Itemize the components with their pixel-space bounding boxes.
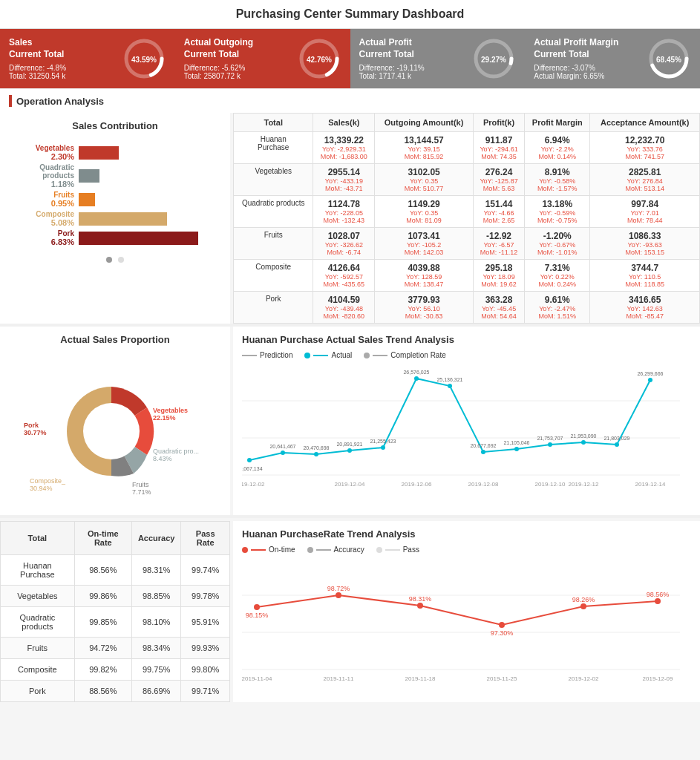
- rate-td-pass: 99.93%: [181, 638, 230, 659]
- td-name: Pork: [234, 292, 313, 324]
- kpi-card-margin: Actual Profit MarginCurrent Total Differ…: [525, 29, 700, 88]
- donut-section: Vegetables 22.15% Quadratic pro... 8.43%…: [0, 350, 230, 515]
- rate-th-pass: Pass Rate: [181, 522, 230, 555]
- right-panel-trend: Huanan Purchase Actual Sales Trend Analy…: [233, 327, 700, 515]
- legend-actual: Actual: [304, 351, 352, 359]
- td-profit: 151.44 YoY: -4.66 MoM: 2.65: [473, 196, 524, 228]
- svg-point-37: [615, 442, 619, 447]
- rate-td-ontime: 94.72%: [74, 638, 131, 659]
- section-bar: [9, 95, 12, 107]
- td-profit: 276.24 YoY: -125.87 MoM: 5.63: [473, 164, 524, 196]
- rate-td-name: Quadratic products: [1, 607, 75, 638]
- rate-table-row: Fruits 94.72% 98.34% 99.93%: [1, 638, 230, 659]
- kpi-profit-total: Total: 1717.41 k: [359, 72, 472, 80]
- rate-table-row: Huanan Purchase 98.56% 98.31% 99.74%: [1, 555, 230, 586]
- svg-text:2019-12-02: 2019-12-02: [569, 675, 599, 682]
- rate-trend-title: Huanan PurchaseRate Trend Analysis: [242, 528, 691, 540]
- bar-fill: [79, 193, 95, 206]
- table-row: Pork 4104.59 YoY: -439.48 MoM: -820.60 3…: [234, 292, 700, 324]
- kpi-margin-total: Actual Margin: 6.65%: [534, 72, 647, 80]
- kpi-card-sales: SalesCurrent Total Difference: -4.8% Tot…: [0, 29, 175, 88]
- svg-text:21,803,029: 21,803,029: [603, 436, 629, 441]
- svg-text:30.94%: 30.94%: [30, 485, 53, 492]
- rate-trend-legend: On-time Accuracy Pass: [242, 546, 691, 554]
- svg-point-26: [247, 458, 252, 462]
- rate-td-accuracy: 98.85%: [131, 586, 181, 607]
- bar-row: Pork6.83%: [12, 229, 218, 246]
- legend-actual-label: Actual: [331, 351, 352, 359]
- donut-title: Actual Sales Proportion: [0, 327, 230, 350]
- svg-text:2019-12-02: 2019-12-02: [242, 481, 265, 488]
- svg-text:2019-11-04: 2019-11-04: [242, 675, 272, 682]
- left-panel-donut: Actual Sales Proportion Vegetables 22.15…: [0, 327, 230, 515]
- table-row: Composite 4126.64 YoY: -592.57 MoM: -435…: [234, 260, 700, 292]
- svg-point-27: [281, 451, 285, 455]
- svg-point-12: [83, 403, 140, 459]
- rate-td-name: Pork: [1, 681, 75, 702]
- right-panel-table: Total Sales(k) Outgoing Amount(k) Profit…: [233, 113, 700, 324]
- svg-text:21,953,090: 21,953,090: [570, 433, 596, 439]
- rate-td-pass: 99.78%: [181, 586, 230, 607]
- svg-text:7.71%: 7.71%: [132, 488, 151, 496]
- bar-container: [79, 169, 218, 183]
- rate-td-ontime: 99.85%: [74, 607, 131, 638]
- rate-table-row: Vegetables 99.86% 98.85% 99.78%: [1, 586, 230, 607]
- bottom-right-rate-trend: Huanan PurchaseRate Trend Analysis On-ti…: [233, 521, 700, 702]
- rate-td-pass: 99.80%: [181, 659, 230, 681]
- kpi-profit-gauge: 29.27%: [471, 36, 516, 81]
- dot-1: [106, 257, 112, 263]
- td-acceptance: 1086.33 YoY: -93.63 MoM: 153.15: [590, 228, 700, 260]
- svg-text:29.27%: 29.27%: [481, 56, 506, 64]
- kpi-card-profit: Actual ProfitCurrent Total Difference: -…: [350, 29, 526, 88]
- kpi-card-outgoing: Actual OutgoingCurrent Total Difference:…: [175, 29, 350, 88]
- td-sales: 2955.14 YoY: -433.19 MoM: -43.71: [313, 164, 375, 196]
- svg-text:97.30%: 97.30%: [491, 629, 514, 637]
- rate-td-name: Fruits: [1, 638, 75, 659]
- main-content-row1: Sales Contribution Vegetables2.30% Quadr…: [0, 113, 700, 324]
- svg-text:2019-12-14: 2019-12-14: [635, 481, 666, 488]
- bar-container: [79, 193, 218, 206]
- td-sales: 1124.78 YoY: -228.05 MoM: -132.43: [313, 196, 375, 228]
- section-title-operation: Operation Analysis: [16, 96, 104, 107]
- td-acceptance: 12,232.70 YoY: 333.76 MoM: 741.57: [590, 132, 700, 164]
- svg-text:98.26%: 98.26%: [572, 596, 595, 603]
- svg-text:42.76%: 42.76%: [307, 56, 332, 64]
- bar-container: [79, 212, 218, 226]
- svg-point-62: [254, 604, 260, 610]
- rate-table-row: Quadratic products 99.85% 98.10% 95.91%: [1, 607, 230, 638]
- table-row: Vegetables 2955.14 YoY: -433.19 MoM: -43…: [234, 164, 700, 196]
- svg-text:Fruits: Fruits: [132, 481, 149, 488]
- td-profit: 295.18 YoY: 18.09 MoM: 19.62: [473, 260, 524, 292]
- donut-chart-svg: Vegetables 22.15% Quadratic pro... 8.43%…: [7, 357, 215, 505]
- svg-text:2019-12-09: 2019-12-09: [643, 675, 673, 682]
- td-sales: 4126.64 YoY: -592.57 MoM: -435.65: [313, 260, 375, 292]
- rate-td-ontime: 99.82%: [74, 659, 131, 681]
- svg-text:98.15%: 98.15%: [246, 612, 269, 619]
- rate-td-name: Composite: [1, 659, 75, 681]
- td-margin: -1.20% YoY: -0.67% MoM: -1.01%: [525, 228, 590, 260]
- legend-prediction-label: Prediction: [260, 351, 292, 359]
- svg-text:98.31%: 98.31%: [409, 595, 432, 603]
- svg-text:2019-12-10: 2019-12-10: [535, 481, 566, 488]
- bar-container: [79, 232, 218, 245]
- td-outgoing: 4039.88 YoY: 128.59 MoM: 138.47: [375, 260, 474, 292]
- bar-row: Vegetables2.30%: [12, 144, 218, 161]
- rate-td-pass: 99.74%: [181, 555, 230, 586]
- legend-pass-label: Pass: [403, 546, 419, 554]
- svg-text:2019-12-06: 2019-12-06: [402, 481, 432, 488]
- svg-point-28: [314, 452, 318, 456]
- kpi-profit-diff: Difference: -19.11%: [359, 64, 472, 72]
- bar-fill: [79, 212, 167, 226]
- svg-point-35: [548, 442, 552, 447]
- svg-text:8.43%: 8.43%: [153, 455, 172, 462]
- rate-td-ontime: 88.56%: [74, 681, 131, 702]
- rate-table: Total On-time Rate Accuracy Pass Rate Hu…: [0, 521, 230, 702]
- svg-text:68.45%: 68.45%: [656, 56, 681, 64]
- actual-sales-trend-svg: 20,067,134 20,641,467 20,470,698 20,891,…: [242, 364, 680, 497]
- svg-text:98.56%: 98.56%: [647, 591, 670, 598]
- svg-text:2019-12-08: 2019-12-08: [468, 481, 499, 488]
- td-acceptance: 3744.7 YoY: 110.5 MoM: 118.85: [590, 260, 700, 292]
- svg-text:Vegetables: Vegetables: [153, 407, 188, 414]
- td-outgoing: 3779.93 YoY: 56.10 MoM: -30.83: [375, 292, 474, 324]
- rate-td-accuracy: 98.34%: [131, 638, 181, 659]
